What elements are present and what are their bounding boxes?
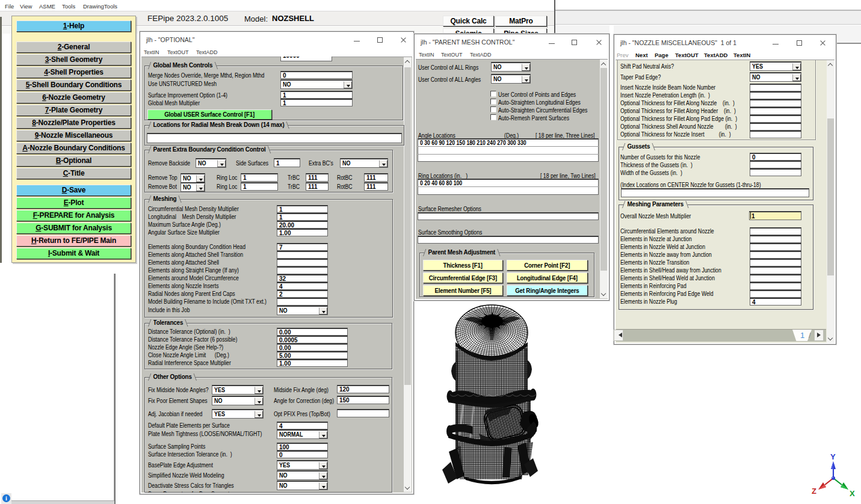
svg-text:Y: Y <box>830 452 836 461</box>
svg-text:Z: Z <box>812 487 816 496</box>
svg-text:X: X <box>850 489 855 498</box>
